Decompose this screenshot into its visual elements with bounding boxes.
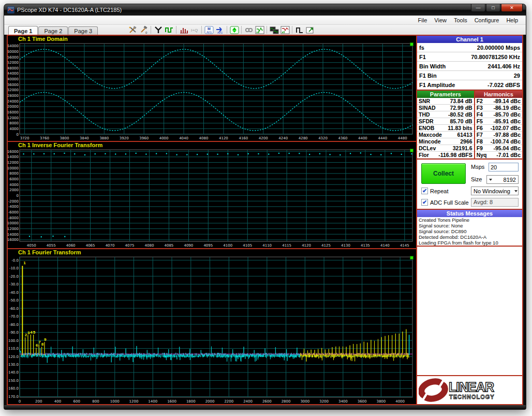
hammer-config-icon[interactable]: 0 — [138, 25, 149, 34]
repeat-label: Repeat — [430, 188, 448, 194]
row-label: F1 Bin — [419, 73, 437, 79]
toolbar-separator — [176, 26, 176, 34]
svg-text:3800: 3800 — [60, 136, 69, 140]
svg-text:28000: 28000 — [8, 94, 19, 98]
collect-button[interactable]: Collect — [421, 163, 466, 184]
windowing-dropdown[interactable]: No Windowing — [471, 187, 519, 195]
hammer-wrench-icon[interactable] — [127, 25, 138, 34]
y-splitter-icon[interactable] — [153, 25, 164, 34]
svg-text:4060: 4060 — [66, 243, 76, 248]
svg-text:-14000: -14000 — [8, 233, 19, 237]
menu-bar: File View Tools Configure Help — [4, 16, 526, 25]
svg-text:16000: 16000 — [8, 110, 19, 114]
svg-text:0: 0 — [17, 194, 19, 198]
svg-text:-30.0: -30.0 — [9, 282, 19, 286]
tab-page-1[interactable]: Page 1 — [8, 26, 38, 35]
histogram-icon[interactable] — [178, 25, 189, 34]
menu-tools[interactable]: Tools — [450, 17, 471, 24]
tab-page-2[interactable]: Page 2 — [38, 26, 68, 35]
window-trace-green-icon[interactable] — [254, 25, 265, 34]
parameters-harmonics-section: Parameters SNR73.84 dB SINAD72.99 dB THD… — [417, 91, 522, 160]
svg-text:4000: 4000 — [9, 183, 19, 187]
svg-text:1400: 1400 — [148, 399, 157, 404]
svg-text:4055: 4055 — [47, 243, 56, 248]
svg-text:4115: 4115 — [282, 243, 291, 248]
fft-plot[interactable]: 0200400600800100012001400160018002000220… — [8, 255, 416, 404]
close-button[interactable]: ✕ — [501, 4, 523, 12]
svg-text:52000: 52000 — [8, 61, 19, 65]
table-row: F2-89.14 dBc — [475, 98, 522, 105]
svg-text:3760: 3760 — [40, 136, 49, 140]
tab-page-3[interactable]: Page 3 — [68, 26, 98, 35]
adc-full-scale-checkbox[interactable]: ✔ — [421, 199, 428, 206]
minimize-button[interactable]: — — [471, 4, 485, 12]
parameters-column: Parameters SNR73.84 dB SINAD72.99 dB THD… — [417, 91, 475, 159]
table-row: SINAD72.99 dB — [417, 105, 474, 111]
msps-input[interactable] — [489, 163, 519, 171]
svg-text:6000: 6000 — [9, 177, 19, 181]
export-window-icon[interactable] — [305, 25, 316, 34]
svg-text:4070: 4070 — [106, 243, 115, 248]
svg-text:-40.0: -40.0 — [9, 291, 19, 295]
svg-text:4240: 4240 — [278, 136, 288, 140]
menu-help[interactable]: Help — [503, 17, 522, 24]
trace-active-led — [410, 42, 413, 46]
window-bottom-edge — [4, 405, 526, 409]
svg-text:4200: 4200 — [259, 136, 268, 140]
pulse-icon[interactable] — [294, 25, 305, 34]
app-window: PScope XD K74 - DC1620A-A (LTC2185) — □ … — [4, 4, 526, 409]
svg-text:2000: 2000 — [205, 399, 215, 404]
row-value: 73.84 dB — [450, 98, 472, 104]
title-bar[interactable]: PScope XD K74 - DC1620A-A (LTC2185) — □ … — [4, 4, 526, 16]
msps-label: Msps — [471, 164, 484, 170]
row-label: F1 — [419, 54, 426, 60]
row-label: SNR — [419, 98, 430, 104]
fft-title: Ch 1 Fourier Transform — [18, 249, 81, 255]
svg-text:12000: 12000 — [8, 116, 19, 120]
iq-icon[interactable]: I+Q — [189, 25, 200, 34]
time-domain-title: Ch 1 Time Domain — [18, 36, 68, 42]
table-row: fs20.000000 Msps — [417, 43, 522, 52]
row-label: SINAD — [419, 105, 436, 111]
inverse-fft-plot[interactable]: 4050405540604065407040754080408540904095… — [8, 148, 416, 248]
plots-column: Ch 1 Time Domain 37203760380038403880392… — [8, 36, 416, 404]
svg-text:7: 7 — [38, 340, 41, 345]
row-label: Mincode — [419, 138, 441, 145]
svg-text:8000: 8000 — [9, 121, 19, 125]
svg-text:4000: 4000 — [9, 127, 19, 131]
svg-text:-4000: -4000 — [8, 205, 19, 209]
svg-text:0: 0 — [145, 31, 147, 34]
table-row: Flor-116.98 dBFS — [417, 152, 474, 159]
square-wave-icon[interactable] — [164, 25, 174, 34]
dual-window-icon[interactable] — [269, 25, 279, 34]
maximize-button[interactable]: □ — [486, 4, 500, 12]
svg-text:4320: 4320 — [318, 136, 328, 140]
menu-file[interactable]: File — [415, 17, 431, 24]
link-icon[interactable] — [243, 25, 254, 34]
size-dropdown[interactable]: 8192 — [486, 175, 519, 184]
channel-header: Channel 1 — [417, 36, 522, 43]
m-avg-icon[interactable]: MAVG — [203, 25, 214, 34]
menu-configure[interactable]: Configure — [471, 17, 503, 24]
row-value: -102.07 dBc — [491, 125, 521, 131]
svg-text:40000: 40000 — [8, 77, 19, 81]
svg-text:8: 8 — [41, 342, 44, 347]
row-value: -97.88 dBc — [493, 132, 521, 138]
size-label: Size — [471, 176, 482, 182]
time-domain-plot[interactable]: 3720376038003840388039203960400040404080… — [8, 41, 416, 141]
menu-view[interactable]: View — [431, 17, 450, 24]
row-label: F1 Amplitude — [419, 82, 455, 88]
row-label: Flor — [419, 152, 429, 158]
svg-text:1600: 1600 — [167, 399, 176, 404]
collect-controls-section: Collect Msps Size 8192 ✔ Repeat No Windo… — [417, 160, 522, 210]
avg-arrow-icon[interactable]: AVG — [214, 25, 225, 34]
updown-collect-icon[interactable] — [229, 25, 240, 34]
row-value: 85.70 dB — [450, 118, 472, 124]
svg-text:-120.0: -120.0 — [8, 355, 19, 359]
svg-text:-20.0: -20.0 — [9, 275, 19, 279]
toolbar-separator — [267, 26, 267, 34]
logo-text-technology: TECHNOLOGY — [449, 394, 495, 400]
window-trace-red-icon[interactable] — [279, 25, 290, 34]
repeat-checkbox[interactable]: ✔ — [421, 188, 428, 194]
svg-text:-6000: -6000 — [8, 210, 19, 214]
